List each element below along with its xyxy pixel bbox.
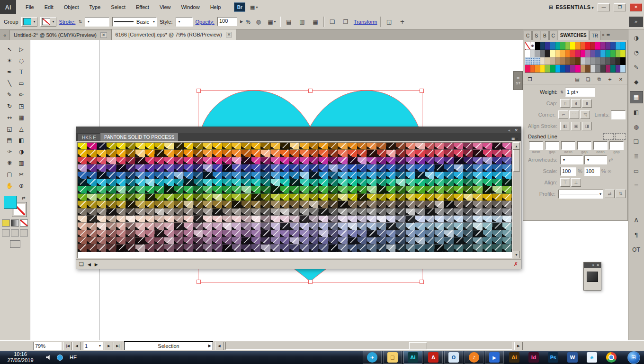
pantone-swatch[interactable] (377, 179, 386, 186)
start-button[interactable]: ⊞ (623, 351, 644, 364)
pantone-swatch[interactable] (164, 237, 174, 245)
swatch[interactable] (620, 42, 626, 50)
pantone-swatch[interactable] (242, 157, 251, 164)
pantone-swatch[interactable] (164, 164, 174, 172)
pantone-swatch[interactable] (271, 209, 280, 216)
pantone-swatch[interactable] (483, 209, 492, 216)
pantone-swatch[interactable] (116, 143, 126, 150)
pantone-swatch[interactable] (492, 209, 502, 216)
pantone-swatch[interactable] (329, 194, 338, 201)
pantone-swatch[interactable] (502, 157, 512, 164)
pantone-swatch[interactable] (164, 150, 174, 157)
pantone-swatch[interactable] (107, 150, 116, 157)
scrollbar-thumb[interactable] (513, 150, 520, 172)
minimize-button[interactable]: — (598, 3, 610, 11)
grid-menu-icon[interactable]: ▦ (267, 17, 277, 27)
pantone-swatch[interactable] (406, 230, 415, 237)
pantone-swatch[interactable] (126, 186, 135, 193)
style-dropdown[interactable] (176, 17, 193, 27)
swatch[interactable] (581, 65, 586, 73)
pantone-swatch[interactable] (396, 201, 405, 208)
type-tool[interactable]: T (15, 66, 27, 77)
pantone-swatch[interactable] (164, 186, 174, 193)
swap-fill-stroke-icon[interactable]: ⇄ (22, 196, 26, 200)
taskbar-clock[interactable]: 10:16 27/05/2019 (0, 351, 41, 363)
pantone-swatch[interactable] (415, 157, 425, 164)
pantone-swatch[interactable] (261, 143, 270, 150)
paragraph-panel-icon[interactable]: ¶ (630, 229, 643, 241)
pantone-swatch[interactable] (483, 172, 492, 179)
swatch[interactable] (560, 50, 565, 57)
pantone-swatch[interactable] (232, 150, 242, 157)
pantone-swatch[interactable] (406, 164, 415, 172)
pantone-swatch[interactable] (203, 150, 213, 157)
pantone-swatch[interactable] (261, 237, 270, 245)
pantone-swatch[interactable] (329, 230, 338, 237)
pantone-swatch[interactable] (107, 179, 116, 186)
pantone-swatch[interactable] (97, 230, 107, 237)
pantone-swatch[interactable] (329, 216, 338, 223)
pantone-swatch[interactable] (116, 157, 126, 164)
pantone-swatch[interactable] (97, 216, 107, 223)
pantone-swatch[interactable] (184, 179, 193, 186)
swatch[interactable] (560, 57, 565, 65)
selection-tool[interactable]: ↖ (3, 44, 16, 55)
pantone-swatch[interactable] (261, 172, 270, 179)
menu-edit[interactable]: Edit (40, 2, 58, 12)
pantone-swatch[interactable] (358, 216, 367, 223)
pantone-swatch[interactable] (213, 230, 222, 237)
pantone-swatch[interactable] (155, 143, 164, 150)
pantone-swatch[interactable] (329, 150, 338, 157)
pantone-swatch[interactable] (396, 172, 405, 179)
pantone-swatch[interactable] (97, 223, 107, 230)
pantone-swatch[interactable] (145, 164, 155, 172)
pantone-swatch[interactable] (164, 245, 174, 252)
pantone-swatch[interactable] (367, 172, 376, 179)
zoom-level-field[interactable]: 79% (33, 342, 62, 350)
pantone-swatch[interactable] (415, 143, 425, 150)
pantone-swatch[interactable] (377, 172, 386, 179)
stroke-panel-icon[interactable]: ≡ (630, 180, 643, 191)
pantone-swatch[interactable] (338, 143, 348, 150)
pantone-swatch[interactable] (358, 172, 367, 179)
column-graph-tool[interactable]: ▥ (15, 157, 27, 168)
pantone-swatch[interactable] (338, 164, 348, 172)
pantone-swatch[interactable] (396, 186, 405, 193)
pantone-swatch[interactable] (396, 209, 405, 216)
pantone-swatch[interactable] (242, 164, 251, 172)
pantone-swatch[interactable] (377, 223, 386, 230)
pantone-swatch[interactable] (290, 143, 299, 150)
pantone-swatch[interactable] (174, 209, 184, 216)
pantone-swatch[interactable] (358, 209, 367, 216)
swatch[interactable] (565, 57, 571, 65)
pantone-swatch[interactable] (492, 230, 502, 237)
pantone-swatch[interactable] (348, 216, 358, 223)
pantone-swatch[interactable] (194, 194, 203, 201)
pantone-swatch[interactable] (126, 237, 135, 245)
pantone-swatch[interactable] (492, 194, 502, 201)
pantone-swatch[interactable] (415, 245, 425, 252)
pantone-swatch[interactable] (444, 143, 454, 150)
pantone-swatch[interactable] (309, 179, 319, 186)
pantone-swatch[interactable] (145, 216, 155, 223)
pantone-swatch[interactable] (444, 186, 454, 193)
pantone-swatch[interactable] (377, 157, 386, 164)
pantone-swatch[interactable] (454, 201, 464, 208)
pantone-swatch[interactable] (338, 201, 348, 208)
pantone-swatch[interactable] (232, 143, 242, 150)
mesh-tool[interactable]: ▤ (3, 135, 16, 146)
dock-tab-tr[interactable]: TR (590, 31, 600, 40)
direct-selection-tool[interactable]: ▷ (15, 44, 27, 55)
pantone-swatch[interactable] (502, 194, 512, 201)
pantone-swatch[interactable] (87, 157, 97, 164)
pencil-tool[interactable]: ✏ (15, 89, 27, 100)
pantone-swatch[interactable] (319, 157, 328, 164)
pantone-swatch[interactable] (135, 179, 145, 186)
pantone-swatch[interactable] (348, 201, 358, 208)
pantone-swatch[interactable] (386, 216, 396, 223)
selection-handle[interactable] (420, 280, 424, 284)
pantone-swatch[interactable] (184, 194, 193, 201)
align-center-icon[interactable]: ▥ (297, 17, 307, 27)
pantone-swatch[interactable] (309, 164, 319, 172)
pantone-swatch[interactable] (232, 172, 242, 179)
